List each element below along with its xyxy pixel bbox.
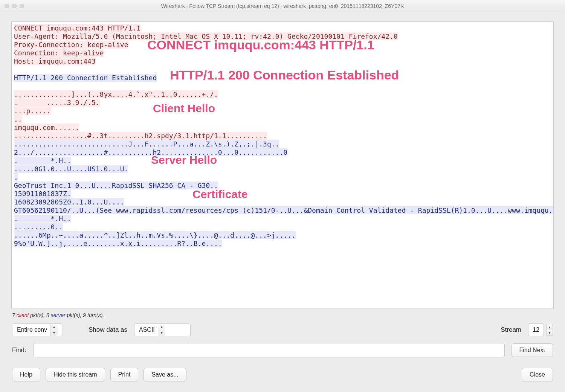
status-mid1: pkt(s), 8 bbox=[29, 312, 50, 318]
stream-line: ............................J...F......P… bbox=[14, 140, 279, 148]
packet-count-status: 7 client pkt(s), 8 server pkt(s), 9 turn… bbox=[11, 308, 554, 323]
hide-stream-button[interactable]: Hide this stream bbox=[46, 368, 105, 381]
find-next-button[interactable]: Find Next bbox=[512, 343, 553, 357]
window-title: Wireshark · Follow TCP Stream (tcp.strea… bbox=[0, 3, 565, 9]
print-button[interactable]: Print bbox=[110, 368, 139, 381]
find-row: Find: Find Next bbox=[11, 342, 554, 368]
stream-line: GeoTrust Inc.1 0...U....RapidSSL SHA256 … bbox=[14, 182, 218, 189]
status-client-word: client bbox=[17, 312, 29, 318]
stream-number-spinbox[interactable]: ▲ ▼ bbox=[528, 323, 553, 336]
stream-line: ......6Mp..~....a.....^..]Zl..h..m.Vs.%.… bbox=[14, 231, 296, 239]
display-options-row: Entire conv ▲▼ Show data as ASCII ▲▼ Str… bbox=[11, 323, 554, 342]
show-data-as-label: Show data as bbox=[89, 326, 127, 334]
help-button[interactable]: Help bbox=[12, 368, 40, 381]
window-zoom-icon[interactable] bbox=[20, 4, 24, 8]
stream-number-input[interactable] bbox=[528, 323, 544, 336]
stream-number-label: Stream bbox=[501, 326, 521, 334]
conversation-select[interactable]: Entire conv ▲▼ bbox=[12, 323, 63, 336]
find-label: Find: bbox=[12, 346, 26, 354]
stream-line: 150911001837Z. bbox=[14, 190, 71, 198]
stream-line: 160823092805Z0..1.0...U.... bbox=[14, 198, 124, 206]
stream-line: . bbox=[14, 173, 18, 181]
stream-line: 2.../.................#...........h2....… bbox=[14, 148, 287, 156]
status-pre: 7 bbox=[12, 312, 17, 318]
stream-line: User-Agent: Mozilla/5.0 (Macintosh; Inte… bbox=[14, 32, 398, 40]
stream-number-down-icon[interactable]: ▼ bbox=[546, 330, 553, 336]
tcp-stream-content: CONNECT imququ.com:443 HTTP/1.1 User-Age… bbox=[12, 22, 553, 308]
stream-line: Proxy-Connection: keep-alive bbox=[14, 41, 128, 49]
stream-line: CONNECT imququ.com:443 HTTP/1.1 bbox=[14, 24, 140, 32]
window-minimize-icon[interactable] bbox=[12, 4, 17, 8]
status-post: pkt(s), 9 turn(s). bbox=[66, 312, 104, 318]
stream-line: ..............]...(..8yx....4.`.x"..1..0… bbox=[14, 90, 218, 98]
stream-line: HTTP/1.1 200 Connection Established bbox=[14, 74, 157, 82]
stream-line: .........0.. bbox=[14, 223, 63, 231]
stream-line: . .....3.9./.5. bbox=[14, 99, 100, 107]
stream-number-up-icon[interactable]: ▲ bbox=[546, 324, 553, 330]
select-stepper-icon: ▲▼ bbox=[50, 324, 58, 336]
stream-line: imququ.com...... bbox=[14, 124, 79, 131]
find-input[interactable] bbox=[33, 343, 505, 357]
save-as-button[interactable]: Save as... bbox=[144, 368, 186, 381]
window-close-icon[interactable] bbox=[5, 4, 9, 8]
window-titlebar: Wireshark · Follow TCP Stream (tcp.strea… bbox=[0, 0, 565, 12]
stream-line: .....0G1.0...U....US1.0...U. bbox=[14, 165, 128, 173]
status-server-word: server bbox=[51, 312, 66, 318]
stream-line: GT60562190110/..U...(See www.rapidssl.co… bbox=[14, 206, 553, 214]
stream-line: .. bbox=[14, 115, 22, 123]
dialog-button-bar: Help Hide this stream Print Save as... C… bbox=[11, 368, 554, 392]
encoding-select-value: ASCII bbox=[139, 326, 155, 333]
stream-line: 9%o'U.W.]..j,....e........x.x.i.........… bbox=[14, 239, 222, 247]
stream-line: . *.H.. bbox=[14, 157, 71, 165]
stream-line: ...p..... bbox=[14, 107, 51, 115]
window-traffic-lights bbox=[0, 4, 24, 8]
wireshark-follow-stream-window: Wireshark · Follow TCP Stream (tcp.strea… bbox=[0, 0, 565, 392]
close-button[interactable]: Close bbox=[522, 368, 553, 381]
stream-line: Connection: keep-alive bbox=[14, 49, 104, 57]
stream-line: ..................#..3t.........h2.spdy/… bbox=[14, 132, 267, 140]
encoding-select[interactable]: ASCII ▲▼ bbox=[134, 323, 191, 336]
stream-line: . *.H.. bbox=[14, 215, 71, 223]
conversation-select-value: Entire conv bbox=[17, 326, 47, 333]
stream-line: Host: imququ.com:443 bbox=[14, 57, 96, 65]
content-area: CONNECT imququ.com:443 HTTP/1.1 User-Age… bbox=[0, 12, 565, 392]
select-stepper-icon: ▲▼ bbox=[158, 324, 165, 336]
tcp-stream-text-view[interactable]: CONNECT imququ.com:443 HTTP/1.1 User-Age… bbox=[11, 21, 554, 308]
